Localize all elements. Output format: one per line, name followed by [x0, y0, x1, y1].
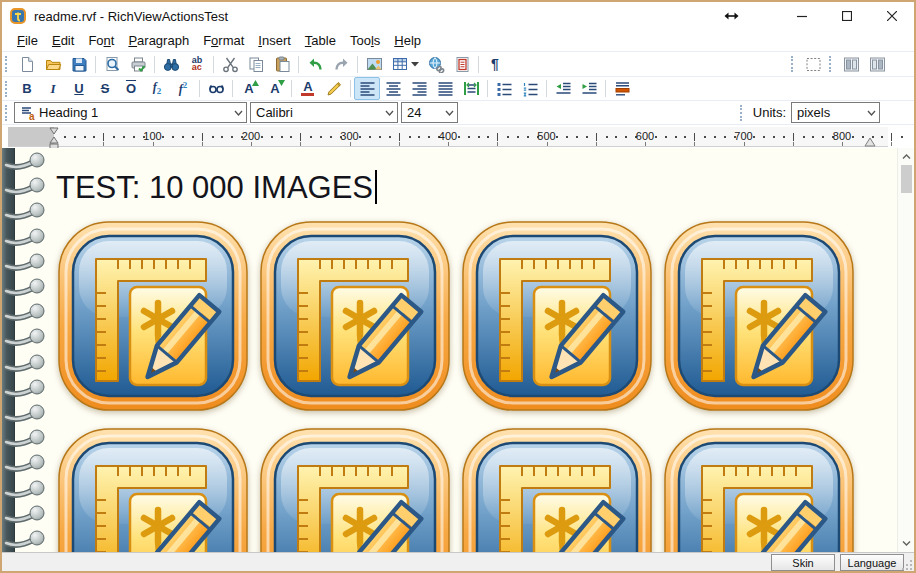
menu-format[interactable]: Format — [196, 31, 251, 50]
document-heading[interactable]: TEST: 10 000 IMAGES — [56, 148, 897, 206]
paragraph-style-combo[interactable]: a Heading 1 — [14, 102, 247, 123]
copy-button[interactable] — [243, 53, 269, 76]
toolbar-grip[interactable] — [791, 56, 796, 72]
readability-glasses-button[interactable] — [203, 77, 229, 100]
insert-table-button[interactable] — [387, 53, 423, 76]
show-paragraph-marks-button[interactable]: ¶ — [482, 53, 508, 76]
menu-paragraph[interactable]: Paragraph — [121, 31, 196, 50]
menu-tools[interactable]: Tools — [343, 31, 387, 50]
find-button[interactable] — [158, 53, 184, 76]
toolbar-grip[interactable] — [5, 105, 10, 121]
document-image[interactable] — [56, 426, 250, 552]
bullet-list-button[interactable] — [491, 77, 517, 100]
document-image[interactable] — [662, 219, 856, 413]
document-image[interactable] — [258, 426, 452, 552]
menu-help[interactable]: Help — [387, 31, 428, 50]
scrollbar-thumb[interactable] — [901, 165, 912, 193]
font-name-combo[interactable]: Calibri — [250, 102, 398, 123]
skin-button[interactable]: Skin — [771, 554, 835, 571]
insert-horizontal-rule-button[interactable] — [609, 77, 635, 100]
menu-bar: File Edit Font Paragraph Format Insert T… — [2, 30, 914, 51]
decrease-indent-button[interactable] — [550, 77, 576, 100]
grow-font-button[interactable]: A — [236, 77, 262, 100]
toolbar-grip[interactable] — [740, 105, 745, 121]
print-preview-button[interactable] — [99, 53, 125, 76]
document-page[interactable]: TEST: 10 000 IMAGES — [2, 148, 897, 552]
document-image[interactable] — [56, 219, 250, 413]
menu-file[interactable]: File — [10, 31, 45, 50]
replace-icon: abac — [192, 57, 203, 71]
cut-button[interactable] — [217, 53, 243, 76]
table-icon — [392, 56, 409, 73]
insert-text-box-button[interactable] — [800, 53, 826, 76]
ruler-tick — [596, 133, 597, 141]
ruler[interactable]: 100200300400500600700800 — [2, 124, 914, 148]
maximize-button[interactable] — [824, 2, 869, 30]
toolbar-grip[interactable] — [829, 56, 834, 72]
toolbar-grip[interactable] — [5, 81, 10, 97]
insert-picture-button[interactable] — [361, 53, 387, 76]
insert-hyperlink-button[interactable] — [423, 53, 449, 76]
close-button[interactable] — [869, 2, 914, 30]
column-layout-right-button[interactable] — [864, 53, 890, 76]
new-document-button[interactable] — [14, 53, 40, 76]
resize-horizontal-icon[interactable] — [724, 11, 739, 21]
minimize-button[interactable] — [779, 2, 824, 30]
highlight-button[interactable] — [321, 77, 347, 100]
document-image[interactable] — [662, 426, 856, 552]
ruler-label: 600 — [636, 130, 654, 142]
numbered-list-button[interactable] — [517, 77, 543, 100]
align-justify-button[interactable] — [432, 77, 458, 100]
scroll-down-button[interactable] — [898, 535, 915, 552]
separator — [546, 80, 547, 97]
document-image[interactable] — [460, 426, 654, 552]
menu-insert[interactable]: Insert — [251, 31, 298, 50]
print-button[interactable] — [125, 53, 151, 76]
scroll-up-button[interactable] — [898, 148, 915, 165]
open-file-button[interactable] — [40, 53, 66, 76]
redo-button[interactable] — [328, 53, 354, 76]
units-combo[interactable]: pixels — [791, 102, 880, 123]
ruler-tick — [64, 136, 66, 138]
overline-button[interactable]: O — [118, 77, 144, 100]
vertical-scrollbar[interactable] — [897, 148, 914, 552]
undo-button[interactable] — [302, 53, 328, 76]
copy-icon — [248, 56, 265, 73]
document-image[interactable] — [258, 219, 452, 413]
menu-edit[interactable]: Edit — [45, 31, 81, 50]
font-size-combo[interactable]: 24 — [401, 102, 458, 123]
subscript-button[interactable]: f2 — [144, 77, 170, 100]
underline-button[interactable]: U — [66, 77, 92, 100]
ruler-tick — [694, 133, 695, 141]
column-layout-left-button[interactable] — [838, 53, 864, 76]
ruler-bar[interactable]: 100200300400500600700800 — [8, 127, 888, 147]
ruler-tick — [586, 136, 588, 138]
ruler-tick — [84, 136, 86, 138]
copy-formatted-button[interactable] — [449, 53, 475, 76]
align-center-button[interactable] — [380, 77, 406, 100]
ruler-label: 700 — [734, 130, 752, 142]
paste-button[interactable] — [269, 53, 295, 76]
fit-width-button[interactable] — [458, 77, 484, 100]
resize-grip[interactable] — [902, 560, 913, 571]
ruler-tick — [724, 136, 726, 138]
superscript-button[interactable]: f2 — [170, 77, 196, 100]
right-indent-marker[interactable] — [864, 137, 876, 147]
bold-button[interactable]: B — [14, 77, 40, 100]
align-left-button[interactable] — [354, 77, 380, 100]
menu-table[interactable]: Table — [298, 31, 343, 50]
document-image[interactable] — [460, 219, 654, 413]
toolbar-grip[interactable] — [5, 56, 10, 72]
increase-indent-button[interactable] — [576, 77, 602, 100]
strikethrough-button[interactable]: S — [92, 77, 118, 100]
font-color-button[interactable]: A — [295, 77, 321, 100]
language-button[interactable]: Language — [840, 554, 904, 571]
align-right-button[interactable] — [406, 77, 432, 100]
replace-button[interactable]: abac — [184, 53, 210, 76]
save-button[interactable] — [66, 53, 92, 76]
shrink-font-button[interactable]: A — [262, 77, 288, 100]
ruler-tick — [881, 136, 883, 138]
italic-button[interactable]: I — [40, 77, 66, 100]
menu-font[interactable]: Font — [81, 31, 121, 50]
document-red-icon — [454, 56, 471, 73]
